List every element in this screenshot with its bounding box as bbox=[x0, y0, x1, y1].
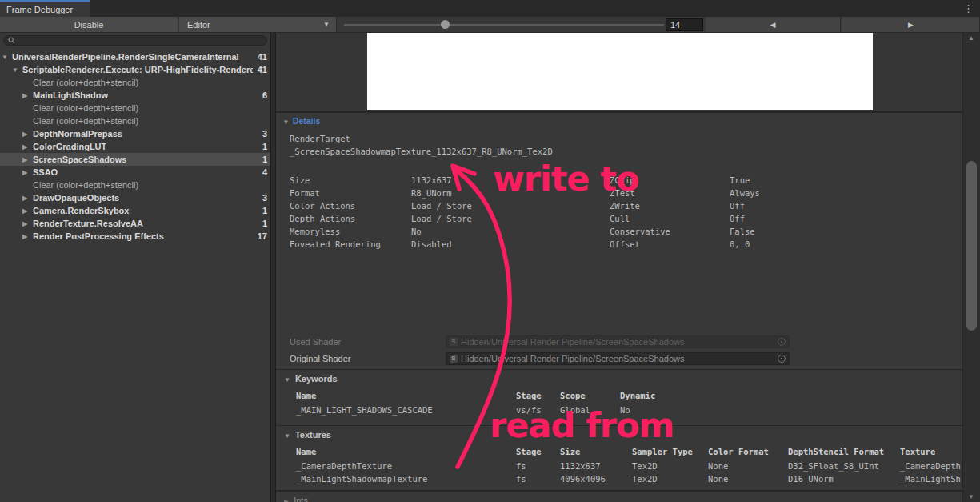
details-props-left: Size1132x637 FormatR8_UNorm Color Action… bbox=[290, 174, 472, 251]
keywords-header-row: NameStageScopeDynamic bbox=[276, 389, 962, 402]
render-target-preview-area bbox=[276, 33, 962, 111]
textures-foldout[interactable]: ▼Textures bbox=[284, 430, 331, 440]
tab-frame-debugger[interactable]: Frame Debugger bbox=[0, 0, 90, 17]
foldout-open-icon: ▼ bbox=[284, 376, 290, 384]
title-bar: Frame Debugger ⋮ bbox=[0, 0, 980, 17]
frame-number-field[interactable]: 14 bbox=[666, 18, 703, 31]
foldout-icon[interactable]: ▶ bbox=[22, 220, 33, 227]
original-shader-field[interactable]: S Hidden/Universal Render Pipeline/Scree… bbox=[446, 352, 790, 365]
arrow-left-icon: ◀ bbox=[770, 21, 776, 29]
render-target-label: RenderTarget bbox=[290, 134, 350, 143]
foldout-icon[interactable]: ▶ bbox=[22, 195, 33, 202]
tree-item[interactable]: ▶ColorGradingLUT1 bbox=[0, 140, 270, 153]
window-menu-icon[interactable]: ⋮ bbox=[963, 2, 974, 15]
event-tree: ▼UniversalRenderPipeline.RenderSingleCam… bbox=[0, 50, 270, 243]
foldout-open-icon: ▼ bbox=[284, 432, 290, 440]
toolbar: Disable Editor ▼ 14 ◀ ▶ bbox=[0, 17, 980, 33]
keywords-foldout[interactable]: ▼Keywords bbox=[284, 374, 338, 384]
tree-item[interactable]: ▶DrawOpaqueObjects3 bbox=[0, 191, 270, 204]
search-input[interactable] bbox=[3, 35, 267, 46]
next-event-button[interactable]: ▶ bbox=[842, 17, 980, 32]
used-shader-row: Used Shader S Hidden/Universal Render Pi… bbox=[290, 335, 954, 349]
tree-item[interactable]: Clear (color+depth+stencil) bbox=[0, 114, 270, 127]
textures-table: NameStageSizeSampler TypeColor FormatDep… bbox=[276, 445, 962, 485]
tree-item[interactable]: Clear (color+depth+stencil) bbox=[0, 102, 270, 114]
foldout-closed-icon: ▶ bbox=[284, 498, 289, 502]
window-title: Frame Debugger bbox=[6, 5, 73, 14]
target-dropdown[interactable]: Editor ▼ bbox=[179, 17, 337, 32]
textures-header-row: NameStageSizeSampler TypeColor FormatDep… bbox=[276, 445, 962, 458]
foldout-icon[interactable]: ▶ bbox=[22, 143, 33, 151]
details-props-right: ZClipTrue ZTestAlways ZWriteOff CullOff … bbox=[610, 174, 760, 251]
scroll-up-icon[interactable]: ▲ bbox=[963, 34, 979, 42]
foldout-icon[interactable]: ▶ bbox=[22, 169, 33, 176]
tree-item[interactable]: ▼UniversalRenderPipeline.RenderSingleCam… bbox=[0, 50, 270, 63]
tree-item[interactable]: Clear (color+depth+stencil) bbox=[0, 76, 270, 89]
tree-item[interactable]: ▶Camera.RenderSkybox1 bbox=[0, 204, 270, 217]
frame-slider[interactable] bbox=[344, 17, 664, 32]
foldout-open-icon: ▼ bbox=[284, 118, 288, 126]
separator bbox=[276, 425, 962, 426]
scrollbar-thumb[interactable] bbox=[966, 161, 977, 331]
arrow-right-icon: ▶ bbox=[908, 21, 914, 29]
separator bbox=[276, 369, 962, 370]
used-shader-field[interactable]: S Hidden/Universal Render Pipeline/Scree… bbox=[446, 335, 790, 348]
shader-icon: S bbox=[450, 338, 458, 346]
shader-icon: S bbox=[450, 355, 458, 363]
disable-button[interactable]: Disable bbox=[0, 17, 178, 32]
render-target-name: _ScreenSpaceShadowmapTexture_1132x637_R8… bbox=[290, 147, 553, 156]
tree-item[interactable]: ▼ScriptableRenderer.Execute: URP-HighFid… bbox=[0, 63, 270, 76]
tree-item[interactable]: ▶DepthNormalPrepass3 bbox=[0, 127, 270, 140]
tree-item[interactable]: ▶SSAO4 bbox=[0, 166, 270, 179]
prev-event-button[interactable]: ◀ bbox=[706, 17, 841, 32]
object-picker-icon[interactable] bbox=[778, 338, 786, 346]
details-foldout[interactable]: ▼Details bbox=[284, 116, 320, 126]
tree-item-selected[interactable]: ▶ScreenSpaceShadows1 bbox=[0, 153, 270, 166]
foldout-icon[interactable]: ▼ bbox=[12, 66, 22, 74]
tree-item[interactable]: ▶MainLightShadow6 bbox=[0, 89, 270, 102]
keywords-table: NameStageScopeDynamic _MAIN_LIGHT_SHADOW… bbox=[276, 389, 962, 416]
texture-row[interactable]: _MainLightShadowmapTexture fs4096x4096Te… bbox=[276, 472, 962, 485]
original-shader-row: Original Shader S Hidden/Universal Rende… bbox=[290, 352, 954, 366]
event-tree-panel: ▼UniversalRenderPipeline.RenderSingleCam… bbox=[0, 33, 270, 502]
frame-slider-track[interactable] bbox=[344, 24, 664, 26]
separator bbox=[276, 490, 962, 492]
scroll-down-icon[interactable]: ▼ bbox=[963, 493, 979, 500]
frame-debugger-window: Frame Debugger ⋮ Disable Editor ▼ 14 ◀ ▶ bbox=[0, 0, 980, 502]
foldout-icon[interactable]: ▶ bbox=[22, 156, 33, 163]
texture-row[interactable]: _CameraDepthTexture fs1132x637Tex2DNoneD… bbox=[276, 460, 962, 472]
render-target-preview bbox=[367, 33, 873, 110]
original-shader-label: Original Shader bbox=[290, 352, 432, 366]
used-shader-label: Used Shader bbox=[290, 335, 432, 349]
foldout-icon[interactable]: ▶ bbox=[22, 207, 33, 215]
tree-item[interactable]: ▶Render PostProcessing Effects17 bbox=[0, 230, 270, 243]
ints-foldout[interactable]: ▶Ints bbox=[284, 496, 308, 502]
vertical-scrollbar[interactable]: ▲ ▼ bbox=[962, 33, 980, 502]
event-details-panel: ▼Details RenderTarget _ScreenSpaceShadow… bbox=[276, 33, 962, 502]
search-icon bbox=[8, 37, 15, 44]
frame-slider-handle[interactable] bbox=[441, 20, 450, 29]
separator bbox=[276, 111, 962, 113]
foldout-icon[interactable]: ▶ bbox=[22, 92, 33, 99]
panel-divider[interactable] bbox=[270, 33, 276, 502]
chevron-down-icon: ▼ bbox=[323, 21, 330, 28]
tree-item[interactable]: ▶RenderTexture.ResolveAA1 bbox=[0, 217, 270, 230]
foldout-icon[interactable]: ▼ bbox=[2, 54, 12, 61]
object-picker-icon[interactable] bbox=[778, 355, 786, 363]
keyword-row[interactable]: _MAIN_LIGHT_SHADOWS_CASCADEvs/fsGlobalNo bbox=[276, 404, 962, 416]
tree-item[interactable]: Clear (color+depth+stencil) bbox=[0, 179, 270, 191]
foldout-icon[interactable]: ▶ bbox=[22, 131, 33, 138]
foldout-icon[interactable]: ▶ bbox=[22, 233, 33, 240]
